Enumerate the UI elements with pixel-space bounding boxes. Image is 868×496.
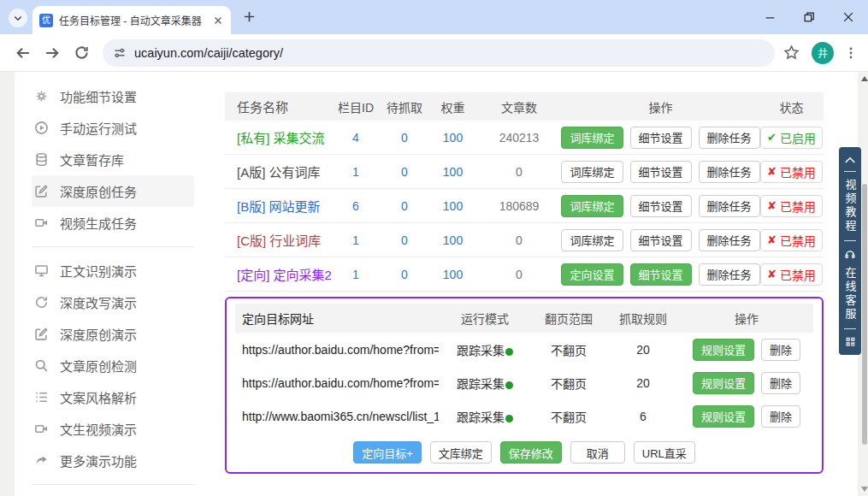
floating-side-toolbar: 视频教程 在线客服 <box>839 147 861 355</box>
cancel-button[interactable]: 取消 <box>570 441 625 464</box>
profile-avatar[interactable]: 井 <box>812 42 834 64</box>
articles-value: 0 <box>476 233 562 247</box>
online-service-link[interactable]: 在线客服 <box>842 267 859 322</box>
table-row: [B版] 网站更新 6 0 100 180689 词库绑定 细节设置 删除任务 … <box>225 189 824 223</box>
save-changes-button[interactable]: 保存修改 <box>500 441 562 464</box>
sidebar-item-function-settings[interactable]: 功能细节设置 <box>15 80 210 112</box>
task-name-link[interactable]: [私有] 采集交流 <box>225 128 332 146</box>
add-target-button[interactable]: 定向目标+ <box>353 441 422 464</box>
delete-task-button[interactable]: 删除任务 <box>699 195 760 217</box>
scrollbar-thumb[interactable] <box>862 184 867 445</box>
col-page-range: 翻页范围 <box>531 310 606 327</box>
delete-task-button[interactable]: 删除任务 <box>699 263 760 286</box>
video-tutorial-link[interactable]: 视频教程 <box>842 179 859 233</box>
rule-settings-button[interactable]: 规则设置 <box>693 372 754 394</box>
tab-close-icon[interactable] <box>212 15 224 27</box>
sidebar-item-body-recognition-demo[interactable]: 正文识别演示 <box>15 255 210 286</box>
database-icon <box>34 152 49 167</box>
sidebar-item-manual-run-test[interactable]: 手动运行测试 <box>15 112 210 144</box>
sidebar-item-more-demos[interactable]: 更多演示功能 <box>15 445 210 476</box>
weight-value: 100 <box>429 165 476 179</box>
task-name-link[interactable]: [定向] 定向采集2 <box>225 265 332 283</box>
detail-settings-button[interactable]: 细节设置 <box>630 127 692 149</box>
new-tab-button[interactable] <box>243 10 256 23</box>
ordered-list-icon <box>34 390 49 404</box>
page-range-value: 不翻页 <box>531 408 606 425</box>
scrollbar[interactable] <box>861 72 868 496</box>
status-badge[interactable]: ✘已禁用 <box>760 161 823 183</box>
delete-task-button[interactable]: 删除任务 <box>699 127 760 149</box>
task-name-link[interactable]: [A版] 公有词库 <box>225 162 332 180</box>
rule-settings-button[interactable]: 规则设置 <box>693 339 754 361</box>
task-name-link[interactable]: [B版] 网站更新 <box>225 197 332 215</box>
sidebar-item-platform-guide[interactable]: 平台功能详解 <box>15 493 210 496</box>
monitor-icon <box>34 263 49 278</box>
sidebar-item-text-to-video-demo[interactable]: 文生视频演示 <box>15 413 210 445</box>
browser-menu-icon[interactable] <box>844 46 858 60</box>
target-url-text: https://author.baidu.com/home?from=bjh_.… <box>235 376 439 390</box>
minimize-button[interactable] <box>750 0 789 34</box>
delete-button[interactable]: 删除 <box>761 372 800 394</box>
sidebar-item-label: 文案风格解析 <box>60 388 137 406</box>
pending-value: 0 <box>380 233 429 247</box>
col-pending: 待抓取 <box>380 98 429 115</box>
site-settings-icon[interactable] <box>113 46 127 60</box>
column-id-value: 4 <box>332 131 380 145</box>
sidebar-item-deep-original-task[interactable]: 深度原创任务 <box>32 175 194 207</box>
back-to-top-chevron-icon[interactable] <box>844 156 856 164</box>
delete-task-button[interactable]: 删除任务 <box>699 229 760 251</box>
thesaurus-bind-button[interactable]: 词库绑定 <box>561 127 623 149</box>
forward-icon[interactable] <box>39 40 65 66</box>
url-bar[interactable]: ucaiyun.com/caiji/category/ <box>103 39 775 67</box>
detail-settings-button[interactable]: 细节设置 <box>630 195 692 217</box>
target-url-panel: 定向目标网址 运行模式 翻页范围 抓取规则 操作 https://author.… <box>225 297 824 474</box>
window-controls <box>750 0 868 34</box>
detail-settings-button[interactable]: 细节设置 <box>630 263 692 286</box>
status-badge[interactable]: ✘已禁用 <box>760 229 823 251</box>
status-badge[interactable]: ✘已禁用 <box>760 263 823 286</box>
bookmark-star-icon[interactable] <box>783 44 800 61</box>
sidebar-item-deep-rewrite-demo[interactable]: 深度改写演示 <box>15 286 210 318</box>
close-button[interactable] <box>829 0 868 34</box>
thesaurus-bind-button[interactable]: 词库绑定 <box>561 229 623 251</box>
rule-settings-button[interactable]: 规则设置 <box>693 405 754 428</box>
sidebar-item-deep-original-demo[interactable]: 深度原创演示 <box>15 318 210 350</box>
back-icon[interactable] <box>10 40 36 66</box>
weight-value: 100 <box>429 268 476 281</box>
delete-button[interactable]: 删除 <box>761 339 800 361</box>
sidebar-item-originality-check[interactable]: 文章原创检测 <box>15 350 210 381</box>
col-target-url: 定向目标网址 <box>235 310 439 327</box>
sidebar-item-label: 更多演示功能 <box>60 452 137 469</box>
col-actions: 操作 <box>562 98 759 115</box>
column-id-value: 6 <box>332 199 380 213</box>
edit-icon <box>34 184 49 198</box>
target-panel-header: 定向目标网址 运行模式 翻页范围 抓取规则 操作 <box>235 304 813 333</box>
scroll-up-arrow-icon[interactable] <box>861 74 868 81</box>
sidebar-item-video-generation-task[interactable]: 视频生成任务 <box>15 207 210 239</box>
sidebar-item-label: 文生视频演示 <box>60 420 137 438</box>
thesaurus-bind-button[interactable]: 词库绑定 <box>561 161 623 183</box>
detail-settings-button[interactable]: 细节设置 <box>630 161 692 183</box>
sidebar-item-style-analysis[interactable]: 文案风格解析 <box>15 381 210 413</box>
tab-strip-chevron-icon[interactable] <box>9 9 27 27</box>
status-badge[interactable]: ✔已启用 <box>760 127 823 149</box>
detail-settings-button[interactable]: 细节设置 <box>630 229 692 251</box>
refresh-icon[interactable] <box>68 40 94 66</box>
delete-button[interactable]: 删除 <box>761 405 800 428</box>
targeting-settings-button[interactable]: 定向设置 <box>561 263 623 286</box>
sidebar-item-article-buffer[interactable]: 文章暂存库 <box>15 144 210 175</box>
headset-icon[interactable] <box>844 248 856 260</box>
delete-task-button[interactable]: 删除任务 <box>699 161 760 183</box>
scroll-down-arrow-icon[interactable] <box>861 487 868 493</box>
url-direct-collect-button[interactable]: URL直采 <box>634 441 695 464</box>
library-bind-button[interactable]: 文库绑定 <box>430 441 492 464</box>
url-text[interactable]: ucaiyun.com/caiji/category/ <box>134 46 283 60</box>
browser-tab[interactable]: 优 任务目标管理 - 自动文章采集器 <box>32 6 231 34</box>
qr-code-icon[interactable] <box>845 336 856 347</box>
task-name-link[interactable]: [C版] 行业词库 <box>225 231 332 249</box>
table-row: [C版] 行业词库 1 0 100 0 词库绑定 细节设置 删除任务 ✘已禁用 <box>225 223 824 257</box>
status-badge[interactable]: ✘已禁用 <box>760 195 823 217</box>
restore-button[interactable] <box>789 0 829 34</box>
thesaurus-bind-button[interactable]: 词库绑定 <box>561 195 623 217</box>
browser-toolbar: ucaiyun.com/caiji/category/ 井 <box>0 34 868 72</box>
